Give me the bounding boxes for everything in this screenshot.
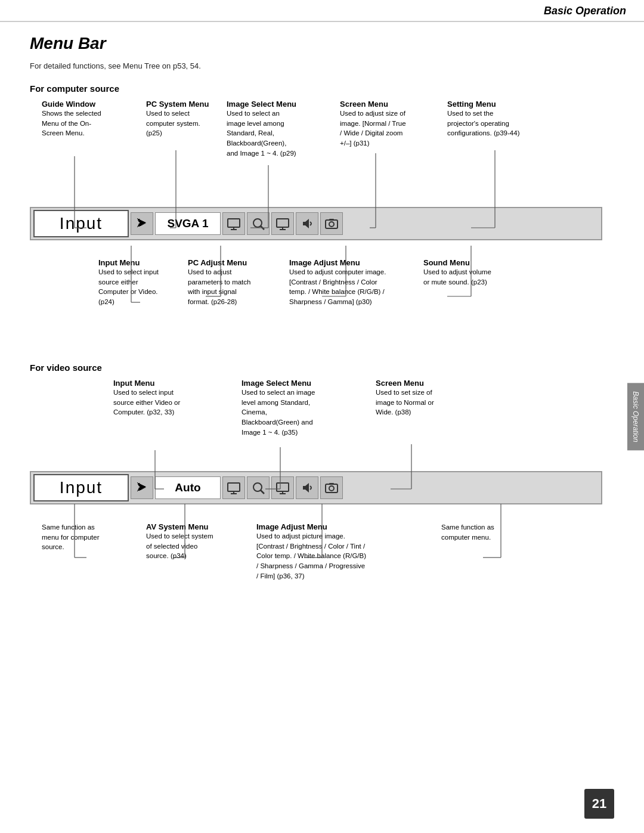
page-title: Menu Bar: [30, 34, 614, 53]
computer-source-title: For computer source: [30, 83, 614, 94]
svg-rect-55: [329, 483, 334, 485]
computer-icon-camera[interactable]: [320, 212, 343, 235]
svg-line-22: [261, 226, 264, 230]
pc-system-menu-label: PC System Menu Used to select computer s…: [146, 100, 209, 138]
computer-icon-sound[interactable]: [296, 212, 318, 235]
same-function-left-label: Same function as menu for computer sourc…: [42, 522, 107, 552]
image-select-menu-label: Image Select Menu Used to select an imag…: [227, 100, 298, 158]
svg-rect-49: [277, 483, 289, 491]
video-source-title: For video source: [30, 363, 614, 373]
video-icon-input[interactable]: ⮞: [131, 476, 153, 499]
guide-window-label: Guide Window Shows the selected Menu of …: [42, 100, 104, 138]
video-source-section: For video source: [30, 363, 614, 621]
setting-menu-label: Setting Menu Used to set the projector's…: [447, 100, 522, 138]
same-function-right-label: Same function as computer menu.: [441, 522, 513, 542]
svg-rect-29: [329, 219, 334, 221]
computer-icon-zoom[interactable]: [247, 212, 270, 235]
page-number: 21: [584, 789, 614, 819]
v-image-select-menu-label: Image Select Menu Used to select an imag…: [242, 379, 322, 437]
image-adjust-menu-below-label: Image Adjust Menu Used to adjust compute…: [289, 258, 391, 307]
av-system-menu-label: AV System Menu Used to select system of …: [146, 522, 221, 561]
input-menu-below-label: Input Menu Used to select input source e…: [98, 258, 164, 307]
video-icon-sound[interactable]: [296, 476, 318, 499]
video-icon-zoom[interactable]: [247, 476, 270, 499]
video-input-label: Input: [33, 474, 129, 501]
main-content: Menu Bar For detailed functions, see Men…: [0, 22, 644, 651]
computer-input-label: Input: [33, 210, 129, 237]
svg-line-48: [261, 490, 264, 494]
computer-menubar: Input ⮞ SVGA 1: [30, 207, 602, 240]
video-icon-screen2[interactable]: [271, 476, 294, 499]
svg-marker-52: [303, 483, 309, 493]
screen-menu-label: Screen Menu Used to adjust size of image…: [340, 100, 408, 148]
labels-below-computer: Input Menu Used to select input source e…: [30, 240, 602, 345]
svg-point-21: [253, 219, 262, 227]
pc-adjust-menu-below-label: PC Adjust Menu Used to adjust parameters…: [188, 258, 259, 307]
video-system-label: Auto: [155, 476, 221, 499]
labels-above-video: Input Menu Used to select input source e…: [30, 379, 602, 471]
v-input-menu-label: Input Menu Used to select input source e…: [113, 379, 182, 417]
computer-icon-screen1[interactable]: [222, 212, 245, 235]
svg-rect-44: [228, 483, 240, 491]
video-icon-screen1[interactable]: [222, 476, 245, 499]
v-image-adjust-menu-label: Image Adjust Menu Used to adjust picture…: [256, 522, 367, 581]
sound-menu-below-label: Sound Menu Used to adjust volume or mute…: [423, 258, 495, 287]
computer-source-section: For computer source: [30, 83, 614, 345]
video-icon-camera[interactable]: [320, 476, 343, 499]
top-header: Basic Operation: [0, 0, 644, 22]
subtitle: For detailed functions, see Menu Tree on…: [30, 61, 614, 70]
video-menubar: Input ⮞ Auto: [30, 471, 602, 504]
svg-point-28: [329, 222, 334, 227]
header-title: Basic Operation: [544, 5, 626, 17]
svg-rect-23: [277, 219, 289, 227]
v-screen-menu-label: Screen Menu Used to set size of image to…: [376, 379, 444, 417]
svg-point-47: [253, 483, 262, 491]
computer-system-label: SVGA 1: [155, 212, 221, 235]
labels-below-video: Same function as menu for computer sourc…: [30, 504, 602, 621]
computer-icon-input[interactable]: ⮞: [131, 212, 153, 235]
svg-point-54: [329, 486, 334, 491]
labels-above-computer: Guide Window Shows the selected Menu of …: [30, 100, 602, 207]
svg-rect-18: [228, 219, 240, 227]
svg-marker-26: [303, 219, 309, 228]
right-sidebar-tab: Basic Operation: [627, 383, 644, 450]
computer-icon-screen2[interactable]: [271, 212, 294, 235]
